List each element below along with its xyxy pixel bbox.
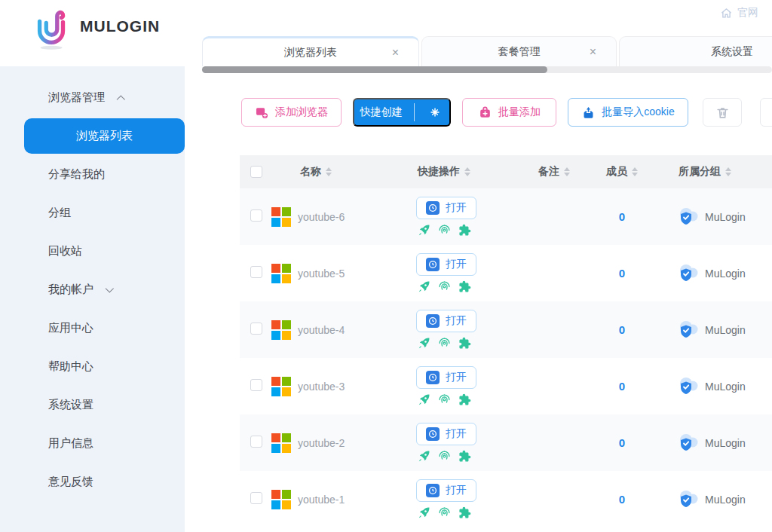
- sidebar-item[interactable]: 系统设置: [0, 386, 185, 424]
- header-quick-actions[interactable]: 快捷操作: [407, 165, 520, 179]
- open-browser-button[interactable]: 打开: [416, 479, 476, 502]
- group-name: MuLogin: [705, 494, 746, 506]
- group-name: MuLogin: [705, 268, 746, 280]
- header-group[interactable]: 所属分组: [656, 165, 772, 179]
- tab-plan-management[interactable]: 套餐管理 ×: [421, 36, 617, 66]
- open-browser-button[interactable]: 打开: [416, 253, 476, 276]
- sidebar-item[interactable]: 分组: [0, 194, 185, 232]
- fingerprint-icon[interactable]: [438, 224, 451, 237]
- close-icon[interactable]: ×: [590, 46, 596, 58]
- table-row: youtube-6 打开: [240, 188, 772, 245]
- horizontal-scrollbar-track[interactable]: [202, 66, 772, 73]
- sort-arrows-icon[interactable]: [564, 167, 570, 176]
- row-name-cell: youtube-4: [271, 320, 407, 340]
- sidebar-item-label: 浏览器列表: [76, 129, 133, 143]
- rocket-icon[interactable]: [418, 393, 430, 406]
- batch-add-button[interactable]: 批量添加: [462, 98, 556, 127]
- select-all-checkbox[interactable]: [250, 166, 262, 178]
- sort-arrows-icon[interactable]: [725, 167, 731, 176]
- delete-selected-button[interactable]: [703, 98, 742, 127]
- sort-arrows-icon[interactable]: [464, 167, 470, 176]
- row-select-cell: [240, 492, 271, 506]
- sidebar-item[interactable]: 分享给我的: [0, 155, 185, 194]
- puzzle-icon[interactable]: [458, 450, 471, 463]
- chevron-down-icon: [106, 284, 114, 292]
- row-members-count: 0: [588, 493, 656, 506]
- row-quick-actions-cell: 打开: [407, 197, 520, 237]
- row-action-icons: [416, 450, 471, 463]
- header-note[interactable]: 备注: [520, 165, 588, 179]
- shield-check-icon: [677, 490, 700, 509]
- fingerprint-icon[interactable]: [438, 337, 451, 350]
- open-button-label: 打开: [446, 371, 467, 384]
- fingerprint-icon[interactable]: [438, 506, 451, 519]
- puzzle-icon[interactable]: [458, 337, 471, 350]
- row-members-count: 0: [588, 323, 656, 336]
- row-group-cell: MuLogin: [656, 490, 772, 509]
- tab-browser-list[interactable]: 浏览器列表 ×: [202, 36, 419, 66]
- clock-icon: [426, 427, 440, 441]
- row-checkbox[interactable]: [250, 436, 262, 448]
- sidebar-item[interactable]: 应用中心: [0, 309, 185, 347]
- add-browser-button[interactable]: 添加浏览器: [241, 98, 342, 127]
- table-header-row: 名称 快捷操作 备注 成员 所属分组: [240, 155, 772, 188]
- sidebar-item[interactable]: 意见反馈: [0, 463, 185, 501]
- open-browser-button[interactable]: 打开: [416, 366, 476, 389]
- sort-arrows-icon[interactable]: [326, 167, 332, 176]
- fingerprint-icon[interactable]: [438, 450, 451, 463]
- header-name-label: 名称: [300, 165, 321, 179]
- sidebar-item-label: 应用中心: [48, 321, 93, 335]
- sidebar-item[interactable]: 帮助中心: [0, 347, 185, 386]
- tab-label: 套餐管理: [498, 45, 541, 59]
- open-browser-button[interactable]: 打开: [416, 197, 476, 219]
- horizontal-scrollbar-thumb[interactable]: [202, 66, 547, 73]
- fingerprint-icon[interactable]: [438, 393, 451, 406]
- row-members-count: 0: [588, 267, 656, 280]
- quick-create-options-button[interactable]: [421, 106, 449, 118]
- row-name-cell: youtube-2: [271, 433, 407, 453]
- windows-logo-icon: [271, 433, 291, 453]
- open-browser-button[interactable]: 打开: [416, 310, 476, 332]
- puzzle-icon[interactable]: [458, 393, 471, 406]
- close-icon[interactable]: ×: [392, 47, 399, 59]
- sidebar-item[interactable]: 用户信息: [0, 424, 185, 463]
- row-checkbox[interactable]: [250, 323, 262, 335]
- windows-logo-icon: [271, 377, 291, 396]
- header-members[interactable]: 成员: [588, 165, 656, 179]
- browser-profile-name: youtube-3: [298, 381, 345, 393]
- fingerprint-icon[interactable]: [438, 280, 451, 293]
- puzzle-icon[interactable]: [458, 506, 471, 519]
- row-checkbox[interactable]: [250, 492, 262, 504]
- row-checkbox[interactable]: [250, 209, 262, 222]
- windows-logo-icon: [271, 264, 291, 283]
- row-members-count: 0: [588, 210, 656, 223]
- row-checkbox[interactable]: [250, 266, 262, 278]
- sort-arrows-icon[interactable]: [632, 167, 638, 176]
- puzzle-icon[interactable]: [458, 224, 471, 237]
- open-browser-button[interactable]: 打开: [416, 423, 476, 445]
- group-name: MuLogin: [705, 324, 746, 336]
- row-checkbox[interactable]: [250, 379, 262, 391]
- import-tray-icon: [581, 105, 596, 120]
- tab-system-settings[interactable]: 系统设置 ×: [619, 36, 772, 66]
- sidebar-item-label: 浏览器管理: [48, 90, 105, 105]
- rocket-icon[interactable]: [418, 280, 430, 293]
- sidebar: 浏览器管理 浏览器列表 分享给我的 分组 回收站 我的帐户: [0, 66, 185, 532]
- sidebar-item[interactable]: 浏览器列表: [24, 118, 185, 154]
- official-website-link[interactable]: 官网: [720, 6, 758, 20]
- browser-profile-name: youtube-5: [298, 268, 345, 280]
- row-group-cell: MuLogin: [656, 320, 772, 339]
- sidebar-item[interactable]: 浏览器管理: [0, 78, 185, 117]
- quick-create-button[interactable]: 快捷创建: [353, 98, 451, 127]
- more-actions-button[interactable]: [760, 98, 772, 127]
- rocket-icon[interactable]: [418, 224, 430, 237]
- header-name[interactable]: 名称: [271, 165, 407, 179]
- sidebar-item[interactable]: 回收站: [0, 232, 185, 271]
- rocket-icon[interactable]: [418, 337, 430, 350]
- batch-import-cookie-button[interactable]: 批量导入cookie: [568, 98, 688, 127]
- puzzle-icon[interactable]: [458, 280, 471, 293]
- tab-bar: 浏览器列表 × 套餐管理 × 系统设置 ×: [202, 36, 772, 66]
- rocket-icon[interactable]: [418, 450, 430, 463]
- rocket-icon[interactable]: [418, 506, 430, 519]
- sidebar-item[interactable]: 我的帐户: [0, 271, 185, 309]
